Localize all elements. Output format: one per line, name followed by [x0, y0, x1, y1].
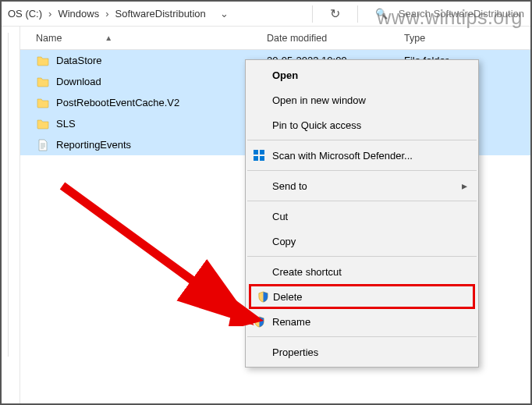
column-headers[interactable]: Name ▲ Date modified Type — [20, 27, 530, 50]
chevron-right-icon: ▸ — [462, 179, 467, 192]
menu-properties[interactable]: Properties — [246, 339, 478, 364]
file-name: DataStore — [56, 55, 267, 66]
chevron-down-icon[interactable]: ⌄ — [215, 6, 233, 21]
menu-separator — [247, 170, 477, 171]
defender-icon — [252, 148, 266, 162]
search-input[interactable]: Search SoftwareDistribution — [399, 8, 524, 20]
file-name: ReportingEvents — [56, 139, 267, 151]
breadcrumb-drive[interactable]: OS (C:) — [6, 6, 44, 21]
breadcrumb-folder-softwaredist[interactable]: SoftwareDistribution — [114, 6, 207, 21]
shield-icon — [252, 314, 266, 329]
menu-open-new-window[interactable]: Open in new window — [246, 87, 478, 112]
svg-rect-0 — [254, 150, 258, 155]
menu-label: Open — [272, 69, 298, 81]
folder-icon — [36, 96, 50, 110]
column-header-date[interactable]: Date modified — [267, 33, 404, 44]
tree-line — [8, 33, 9, 357]
column-header-name-label: Name — [36, 33, 62, 44]
breadcrumb-folder-windows[interactable]: Windows — [56, 6, 101, 21]
menu-label: Copy — [272, 236, 296, 247]
menu-separator — [247, 140, 477, 140]
svg-rect-3 — [260, 156, 264, 161]
refresh-icon[interactable]: ↻ — [330, 6, 340, 21]
svg-rect-1 — [260, 150, 264, 155]
svg-rect-2 — [254, 156, 258, 161]
menu-copy[interactable]: Copy — [246, 229, 478, 254]
menu-rename[interactable]: Rename — [246, 309, 478, 334]
menu-separator — [247, 201, 477, 201]
menu-label: Properties — [272, 346, 318, 358]
chevron-right-icon[interactable]: › — [44, 6, 56, 21]
menu-label: Cut — [272, 211, 288, 222]
search-icon: 🔍 — [375, 8, 388, 20]
folder-icon — [36, 117, 50, 131]
folder-icon — [36, 54, 50, 68]
menu-delete[interactable]: Delete — [249, 284, 475, 309]
menu-label: Pin to Quick access — [272, 119, 361, 131]
menu-label: Delete — [273, 291, 303, 303]
menu-cut[interactable]: Cut — [246, 204, 478, 229]
menu-create-shortcut[interactable]: Create shortcut — [246, 259, 478, 284]
divider — [357, 5, 358, 23]
menu-label: Rename — [272, 316, 310, 328]
menu-separator — [247, 336, 477, 337]
menu-separator — [247, 256, 477, 257]
menu-pin-quick-access[interactable]: Pin to Quick access — [246, 112, 478, 137]
column-header-type[interactable]: Type — [404, 33, 530, 44]
file-name: Download — [56, 76, 267, 87]
address-bar[interactable]: OS (C:) › Windows › SoftwareDistribution… — [2, 2, 530, 27]
text-file-icon — [36, 138, 50, 152]
context-menu: Open Open in new window Pin to Quick acc… — [245, 59, 479, 368]
file-name: SLS — [56, 118, 267, 130]
menu-open[interactable]: Open — [246, 62, 478, 87]
menu-scan-defender[interactable]: Scan with Microsoft Defender... — [246, 143, 478, 168]
file-name: PostRebootEventCache.V2 — [56, 97, 267, 108]
menu-label: Scan with Microsoft Defender... — [272, 150, 413, 162]
nav-pane — [2, 27, 20, 403]
menu-label: Send to — [272, 180, 307, 192]
sort-caret-icon: ▲ — [105, 34, 112, 42]
column-header-name[interactable]: Name ▲ — [36, 33, 267, 44]
divider — [312, 5, 313, 23]
chevron-right-icon[interactable]: › — [101, 6, 113, 21]
menu-send-to[interactable]: Send to ▸ — [246, 173, 478, 198]
menu-label: Open in new window — [272, 94, 366, 106]
folder-icon — [36, 75, 50, 89]
menu-label: Create shortcut — [272, 266, 342, 278]
shield-icon — [256, 290, 270, 304]
